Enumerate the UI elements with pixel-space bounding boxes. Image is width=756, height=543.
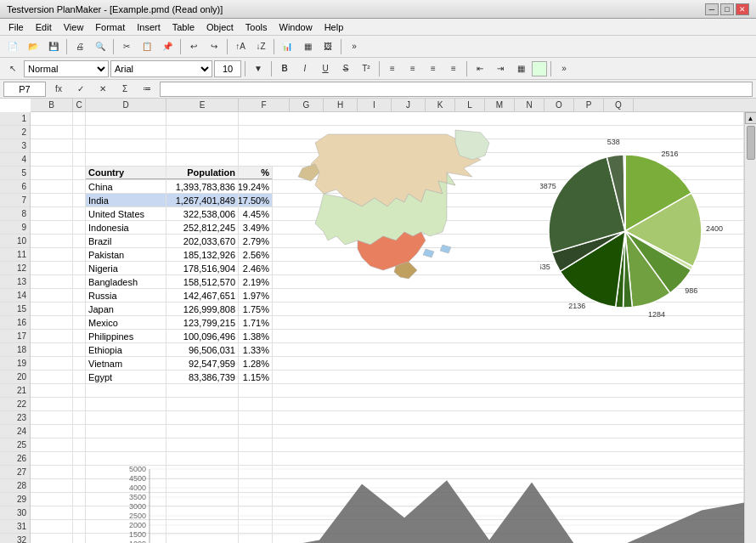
sort-asc-button[interactable]: ↑A xyxy=(231,38,250,55)
cell-c20[interactable] xyxy=(73,370,86,383)
align-right-button[interactable]: ≡ xyxy=(424,60,443,77)
cell-c6[interactable] xyxy=(73,180,86,193)
bg-color-button[interactable] xyxy=(532,61,547,76)
bold-button[interactable]: B xyxy=(275,60,294,77)
cell-b12[interactable] xyxy=(31,262,73,274)
paste-button[interactable]: 📌 xyxy=(158,38,177,55)
cell-b3[interactable] xyxy=(31,139,73,152)
cell-pct-9[interactable]: 3.49% xyxy=(239,221,273,234)
sigma-button[interactable]: Σ xyxy=(116,81,134,98)
cell-c17[interactable] xyxy=(73,330,86,342)
align-center-button[interactable]: ≡ xyxy=(403,60,422,77)
image-button[interactable]: 🖼 xyxy=(319,38,337,55)
cut-button[interactable]: ✂ xyxy=(117,38,136,55)
cell-country-14[interactable]: Russia xyxy=(86,289,166,302)
menu-file[interactable]: File xyxy=(3,20,29,34)
cell-country-11[interactable]: Pakistan xyxy=(86,248,166,261)
maximize-button[interactable]: □ xyxy=(720,3,734,15)
cell-pop-20[interactable]: 83,386,739 xyxy=(166,370,239,383)
cell-c5[interactable] xyxy=(73,167,86,179)
save-button[interactable]: 💾 xyxy=(44,38,63,55)
cell-pct-14[interactable]: 1.97% xyxy=(239,289,273,302)
cell-c19[interactable] xyxy=(73,357,86,370)
cell-b11[interactable] xyxy=(31,248,73,261)
cell-pop-6[interactable]: 1,393,783,836 xyxy=(166,180,239,193)
menu-object[interactable]: Object xyxy=(201,20,239,34)
cell-pct-6[interactable]: 19.24% xyxy=(239,180,273,193)
cell-c10[interactable] xyxy=(73,235,86,247)
cell-c15[interactable] xyxy=(73,303,86,315)
underline-button[interactable]: U xyxy=(316,60,335,77)
cell-pct-13[interactable]: 2.19% xyxy=(239,275,273,288)
menu-insert[interactable]: Insert xyxy=(132,20,166,34)
cell-c16[interactable] xyxy=(73,316,86,329)
cell-country-12[interactable]: Nigeria xyxy=(86,262,166,274)
cell-pop-10[interactable]: 202,033,670 xyxy=(166,235,239,247)
formula-cancel-button[interactable]: ✕ xyxy=(93,81,112,98)
cell-c11[interactable] xyxy=(73,248,86,261)
color-dropdown-button[interactable]: ▼ xyxy=(249,60,268,77)
cell-d5-country[interactable]: Country xyxy=(86,167,166,179)
cell-d3[interactable] xyxy=(86,139,166,152)
named-range-button[interactable]: ≔ xyxy=(138,81,156,98)
cell-b17[interactable] xyxy=(31,330,73,342)
vertical-scrollbar[interactable]: ▲ ▼ xyxy=(744,112,756,543)
cell-pct-11[interactable]: 2.56% xyxy=(239,248,273,261)
menu-tools[interactable]: Tools xyxy=(240,20,273,34)
cell-d4[interactable] xyxy=(86,153,166,166)
cell-b13[interactable] xyxy=(31,275,73,288)
cell-b6[interactable] xyxy=(31,180,73,193)
cell-pct-18[interactable]: 1.33% xyxy=(239,343,273,356)
cell-country-10[interactable]: Brazil xyxy=(86,235,166,247)
scroll-thumb[interactable] xyxy=(747,126,755,160)
cell-country-6[interactable]: China xyxy=(86,180,166,193)
superscript-button[interactable]: T² xyxy=(357,60,375,77)
cell-b4[interactable] xyxy=(31,153,73,166)
function-button[interactable]: fx xyxy=(49,81,68,98)
cell-pct-12[interactable]: 2.46% xyxy=(239,262,273,274)
cell-country-18[interactable]: Ethiopia xyxy=(86,343,166,356)
indent-decrease-button[interactable]: ⇤ xyxy=(471,60,489,77)
cell-pct-17[interactable]: 1.38% xyxy=(239,330,273,342)
cell-country-17[interactable]: Philippines xyxy=(86,330,166,342)
cell-b1[interactable] xyxy=(31,112,73,125)
print-button[interactable]: 🖨 xyxy=(71,38,89,55)
cell-c7[interactable] xyxy=(73,194,86,206)
borders-button[interactable]: ▦ xyxy=(511,60,530,77)
cell-pop-15[interactable]: 126,999,808 xyxy=(166,303,239,315)
minimize-button[interactable]: ─ xyxy=(705,3,719,15)
cell-b10[interactable] xyxy=(31,235,73,247)
formula-accept-button[interactable]: ✓ xyxy=(71,81,90,98)
cell-country-15[interactable]: Japan xyxy=(86,303,166,315)
cell-c4[interactable] xyxy=(73,153,86,166)
italic-button[interactable]: I xyxy=(296,60,314,77)
cell-b7[interactable] xyxy=(31,194,73,206)
open-button[interactable]: 📂 xyxy=(24,38,42,55)
close-button[interactable]: ✕ xyxy=(736,3,749,15)
cell-pct-15[interactable]: 1.75% xyxy=(239,303,273,315)
cell-country-16[interactable]: Mexico xyxy=(86,316,166,329)
cell-b19[interactable] xyxy=(31,357,73,370)
spreadsheet-grid[interactable]: Country Population % China 1,393,783,836… xyxy=(31,112,744,543)
cell-d1[interactable] xyxy=(86,112,166,125)
cell-b8[interactable] xyxy=(31,207,73,220)
cell-c14[interactable] xyxy=(73,289,86,302)
cell-country-9[interactable]: Indonesia xyxy=(86,221,166,234)
cell-country-19[interactable]: Vietnam xyxy=(86,357,166,370)
menu-edit[interactable]: Edit xyxy=(31,20,57,34)
cell-e3[interactable] xyxy=(166,139,239,152)
cell-c8[interactable] xyxy=(73,207,86,220)
cell-pop-18[interactable]: 96,506,031 xyxy=(166,343,239,356)
align-justify-button[interactable]: ≡ xyxy=(444,60,463,77)
cursor-tool[interactable]: ↖ xyxy=(3,60,22,77)
cell-country-8[interactable]: United States xyxy=(86,207,166,220)
cell-pct-20[interactable]: 1.15% xyxy=(239,370,273,383)
cell-c18[interactable] xyxy=(73,343,86,356)
table-button[interactable]: ▦ xyxy=(298,38,317,55)
menu-help[interactable]: Help xyxy=(319,20,349,34)
style-select[interactable]: Normal xyxy=(24,60,109,77)
cell-pct-8[interactable]: 4.45% xyxy=(239,207,273,220)
strikethrough-button[interactable]: S xyxy=(336,60,355,77)
cell-pop-14[interactable]: 142,467,651 xyxy=(166,289,239,302)
menu-format[interactable]: Format xyxy=(90,20,130,34)
